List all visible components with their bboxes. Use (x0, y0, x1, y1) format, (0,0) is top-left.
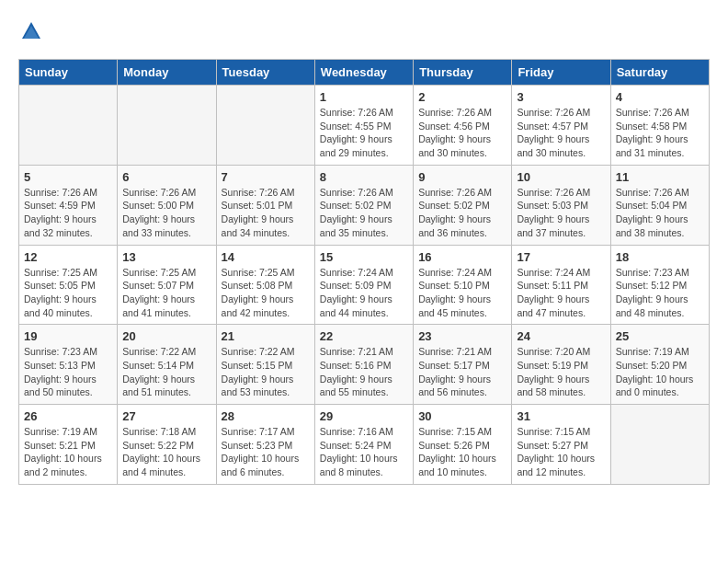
calendar-cell: 25Sunrise: 7:19 AM Sunset: 5:20 PM Dayli… (610, 325, 709, 405)
day-info: Sunrise: 7:23 AM Sunset: 5:13 PM Dayligh… (24, 345, 112, 399)
calendar-cell: 29Sunrise: 7:16 AM Sunset: 5:24 PM Dayli… (314, 405, 413, 485)
calendar-cell (610, 405, 709, 485)
logo (18, 18, 48, 44)
day-number: 18 (616, 250, 704, 264)
day-info: Sunrise: 7:17 AM Sunset: 5:23 PM Dayligh… (222, 425, 310, 479)
day-number: 29 (320, 409, 408, 423)
day-info: Sunrise: 7:26 AM Sunset: 5:04 PM Dayligh… (616, 186, 704, 240)
calendar-cell: 23Sunrise: 7:21 AM Sunset: 5:17 PM Dayli… (414, 325, 512, 405)
day-info: Sunrise: 7:15 AM Sunset: 5:26 PM Dayligh… (418, 425, 506, 479)
col-header-tuesday: Tuesday (216, 60, 314, 86)
calendar-cell: 6Sunrise: 7:26 AM Sunset: 5:00 PM Daylig… (118, 165, 216, 245)
calendar-cell: 1Sunrise: 7:26 AM Sunset: 4:55 PM Daylig… (314, 86, 413, 166)
day-info: Sunrise: 7:19 AM Sunset: 5:20 PM Dayligh… (616, 345, 704, 399)
day-info: Sunrise: 7:21 AM Sunset: 5:16 PM Dayligh… (320, 345, 408, 399)
calendar-cell (216, 86, 314, 166)
calendar-cell: 22Sunrise: 7:21 AM Sunset: 5:16 PM Dayli… (314, 325, 413, 405)
day-info: Sunrise: 7:24 AM Sunset: 5:10 PM Dayligh… (418, 266, 506, 320)
day-number: 25 (616, 329, 704, 343)
day-number: 20 (122, 329, 210, 343)
col-header-monday: Monday (118, 60, 216, 86)
week-row-1: 1Sunrise: 7:26 AM Sunset: 4:55 PM Daylig… (19, 86, 710, 166)
week-row-2: 5Sunrise: 7:26 AM Sunset: 4:59 PM Daylig… (19, 165, 710, 245)
calendar-cell: 16Sunrise: 7:24 AM Sunset: 5:10 PM Dayli… (414, 245, 512, 325)
day-number: 21 (222, 329, 310, 343)
day-number: 22 (320, 329, 408, 343)
day-number: 26 (24, 409, 112, 423)
week-row-5: 26Sunrise: 7:19 AM Sunset: 5:21 PM Dayli… (19, 405, 710, 485)
calendar-cell: 20Sunrise: 7:22 AM Sunset: 5:14 PM Dayli… (118, 325, 216, 405)
day-number: 6 (122, 170, 210, 184)
day-info: Sunrise: 7:19 AM Sunset: 5:21 PM Dayligh… (24, 425, 112, 479)
col-header-wednesday: Wednesday (314, 60, 413, 86)
calendar-cell: 24Sunrise: 7:20 AM Sunset: 5:19 PM Dayli… (512, 325, 610, 405)
day-number: 27 (122, 409, 210, 423)
day-info: Sunrise: 7:25 AM Sunset: 5:07 PM Dayligh… (122, 266, 210, 320)
day-info: Sunrise: 7:20 AM Sunset: 5:19 PM Dayligh… (517, 345, 605, 399)
calendar-cell: 9Sunrise: 7:26 AM Sunset: 5:02 PM Daylig… (414, 165, 512, 245)
calendar-cell: 4Sunrise: 7:26 AM Sunset: 4:58 PM Daylig… (610, 86, 709, 166)
calendar-cell: 7Sunrise: 7:26 AM Sunset: 5:01 PM Daylig… (216, 165, 314, 245)
day-number: 10 (517, 170, 605, 184)
day-info: Sunrise: 7:22 AM Sunset: 5:14 PM Dayligh… (122, 345, 210, 399)
col-header-sunday: Sunday (19, 60, 118, 86)
calendar-cell: 27Sunrise: 7:18 AM Sunset: 5:22 PM Dayli… (118, 405, 216, 485)
calendar-cell: 13Sunrise: 7:25 AM Sunset: 5:07 PM Dayli… (118, 245, 216, 325)
calendar-cell: 8Sunrise: 7:26 AM Sunset: 5:02 PM Daylig… (314, 165, 413, 245)
col-header-friday: Friday (512, 60, 610, 86)
day-number: 11 (616, 170, 704, 184)
day-info: Sunrise: 7:26 AM Sunset: 4:57 PM Dayligh… (517, 106, 605, 160)
day-number: 23 (418, 329, 506, 343)
day-number: 30 (418, 409, 506, 423)
day-number: 16 (418, 250, 506, 264)
day-number: 4 (616, 90, 704, 104)
day-number: 3 (517, 90, 605, 104)
calendar-cell: 28Sunrise: 7:17 AM Sunset: 5:23 PM Dayli… (216, 405, 314, 485)
day-info: Sunrise: 7:26 AM Sunset: 4:55 PM Dayligh… (320, 106, 408, 160)
calendar-cell: 15Sunrise: 7:24 AM Sunset: 5:09 PM Dayli… (314, 245, 413, 325)
day-info: Sunrise: 7:16 AM Sunset: 5:24 PM Dayligh… (320, 425, 408, 479)
logo-icon (18, 18, 44, 44)
day-number: 12 (24, 250, 112, 264)
day-number: 28 (222, 409, 310, 423)
calendar-cell: 3Sunrise: 7:26 AM Sunset: 4:57 PM Daylig… (512, 86, 610, 166)
day-info: Sunrise: 7:26 AM Sunset: 4:58 PM Dayligh… (616, 106, 704, 160)
page-header (18, 18, 710, 44)
day-info: Sunrise: 7:26 AM Sunset: 5:02 PM Dayligh… (320, 186, 408, 240)
day-info: Sunrise: 7:26 AM Sunset: 5:01 PM Dayligh… (222, 186, 310, 240)
day-info: Sunrise: 7:22 AM Sunset: 5:15 PM Dayligh… (222, 345, 310, 399)
calendar-cell: 30Sunrise: 7:15 AM Sunset: 5:26 PM Dayli… (414, 405, 512, 485)
calendar-cell: 18Sunrise: 7:23 AM Sunset: 5:12 PM Dayli… (610, 245, 709, 325)
calendar-header-row: SundayMondayTuesdayWednesdayThursdayFrid… (19, 60, 710, 86)
day-number: 15 (320, 250, 408, 264)
day-info: Sunrise: 7:26 AM Sunset: 5:02 PM Dayligh… (418, 186, 506, 240)
day-info: Sunrise: 7:24 AM Sunset: 5:11 PM Dayligh… (517, 266, 605, 320)
day-number: 31 (517, 409, 605, 423)
day-number: 13 (122, 250, 210, 264)
day-number: 2 (418, 90, 506, 104)
calendar-cell: 14Sunrise: 7:25 AM Sunset: 5:08 PM Dayli… (216, 245, 314, 325)
day-number: 9 (418, 170, 506, 184)
calendar-cell (19, 86, 118, 166)
day-info: Sunrise: 7:26 AM Sunset: 5:00 PM Dayligh… (122, 186, 210, 240)
calendar-cell: 5Sunrise: 7:26 AM Sunset: 4:59 PM Daylig… (19, 165, 118, 245)
col-header-saturday: Saturday (610, 60, 709, 86)
day-info: Sunrise: 7:25 AM Sunset: 5:05 PM Dayligh… (24, 266, 112, 320)
calendar-cell: 11Sunrise: 7:26 AM Sunset: 5:04 PM Dayli… (610, 165, 709, 245)
calendar-cell: 10Sunrise: 7:26 AM Sunset: 5:03 PM Dayli… (512, 165, 610, 245)
calendar-cell: 19Sunrise: 7:23 AM Sunset: 5:13 PM Dayli… (19, 325, 118, 405)
day-number: 1 (320, 90, 408, 104)
calendar-cell: 12Sunrise: 7:25 AM Sunset: 5:05 PM Dayli… (19, 245, 118, 325)
calendar-cell: 17Sunrise: 7:24 AM Sunset: 5:11 PM Dayli… (512, 245, 610, 325)
day-info: Sunrise: 7:26 AM Sunset: 4:56 PM Dayligh… (418, 106, 506, 160)
day-number: 8 (320, 170, 408, 184)
day-info: Sunrise: 7:24 AM Sunset: 5:09 PM Dayligh… (320, 266, 408, 320)
week-row-3: 12Sunrise: 7:25 AM Sunset: 5:05 PM Dayli… (19, 245, 710, 325)
calendar-cell: 26Sunrise: 7:19 AM Sunset: 5:21 PM Dayli… (19, 405, 118, 485)
calendar-cell: 31Sunrise: 7:15 AM Sunset: 5:27 PM Dayli… (512, 405, 610, 485)
day-number: 17 (517, 250, 605, 264)
day-info: Sunrise: 7:15 AM Sunset: 5:27 PM Dayligh… (517, 425, 605, 479)
day-info: Sunrise: 7:18 AM Sunset: 5:22 PM Dayligh… (122, 425, 210, 479)
day-number: 5 (24, 170, 112, 184)
day-info: Sunrise: 7:26 AM Sunset: 5:03 PM Dayligh… (517, 186, 605, 240)
